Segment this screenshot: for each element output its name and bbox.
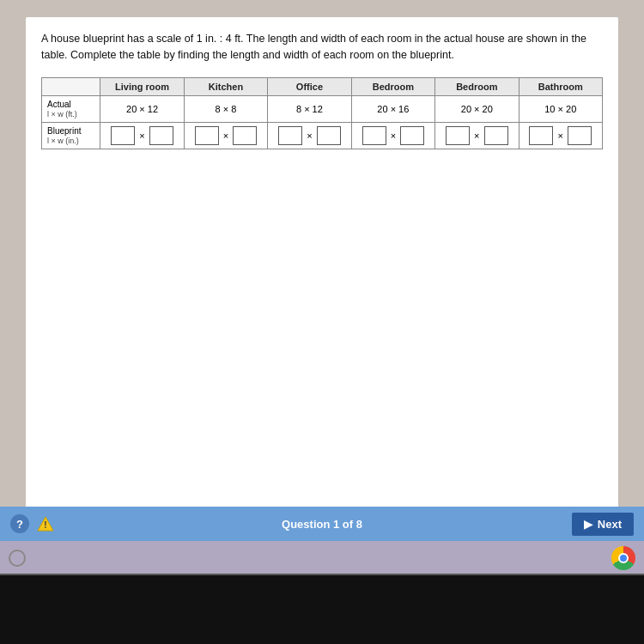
next-button[interactable]: ▶ Next	[572, 513, 634, 536]
times-sign-4: ×	[391, 131, 396, 141]
blueprint-input-kitchen-w[interactable]	[233, 126, 257, 145]
warning-button[interactable]: !	[36, 514, 55, 533]
blueprint-cell-bedroom1: ×	[351, 122, 434, 149]
actual-val-kitchen: 8 × 8	[184, 95, 267, 122]
actual-label: Actual l × w (ft.)	[42, 95, 100, 122]
actual-row: Actual l × w (ft.) 20 × 12 8 × 8 8 × 12 …	[42, 95, 603, 122]
chrome-icon[interactable]	[611, 546, 635, 570]
table-corner	[42, 77, 100, 95]
blueprint-cell-living: ×	[100, 122, 184, 149]
blueprint-input-kitchen-l[interactable]	[195, 126, 219, 145]
blueprint-input-bedroom2-l[interactable]	[446, 126, 470, 145]
actual-val-office: 8 × 12	[268, 95, 351, 122]
next-icon: ▶	[584, 518, 592, 531]
blueprint-cell-kitchen: ×	[184, 122, 267, 149]
actual-val-bedroom1: 20 × 16	[351, 95, 434, 122]
taskbar	[0, 541, 644, 575]
bottom-bar: ? ! Question 1 of 8 ▶ Next	[0, 507, 644, 541]
col-bathroom: Bathroom	[519, 77, 602, 95]
blueprint-cell-office: ×	[268, 122, 351, 149]
blueprint-input-bedroom1-w[interactable]	[400, 126, 424, 145]
times-sign-1: ×	[139, 131, 144, 141]
blueprint-input-bedroom2-w[interactable]	[484, 126, 508, 145]
blueprint-input-bathroom-w[interactable]	[568, 126, 592, 145]
col-living-room: Living room	[100, 77, 184, 95]
content-area: A house blueprint has a scale of 1 in. :…	[26, 17, 618, 532]
col-kitchen: Kitchen	[184, 77, 267, 95]
blueprint-input-living-w[interactable]	[149, 126, 173, 145]
warning-icon: !	[37, 516, 54, 532]
taskbar-circle[interactable]	[9, 550, 26, 567]
bottom-bar-left: ? !	[10, 514, 55, 533]
actual-val-living: 20 × 12	[100, 95, 184, 122]
actual-val-bathroom: 10 × 20	[519, 95, 602, 122]
screen: A house blueprint has a scale of 1 in. :…	[0, 0, 644, 532]
times-sign-5: ×	[474, 131, 479, 141]
blueprint-cell-bedroom2: ×	[435, 122, 519, 149]
col-bedroom2: Bedroom	[435, 77, 519, 95]
actual-val-bedroom2: 20 × 20	[435, 95, 519, 122]
times-sign-3: ×	[307, 131, 312, 141]
times-sign-6: ×	[558, 131, 563, 141]
blueprint-row: Blueprint l × w (in.) × ×	[42, 122, 603, 149]
col-office: Office	[268, 77, 351, 95]
blueprint-input-bathroom-l[interactable]	[529, 126, 553, 145]
times-sign-2: ×	[223, 131, 228, 141]
question-counter: Question 1 of 8	[282, 518, 362, 531]
blueprint-input-living-l[interactable]	[111, 126, 135, 145]
svg-text:!: !	[44, 520, 46, 530]
blueprint-cell-bathroom: ×	[519, 122, 602, 149]
blueprint-input-office-l[interactable]	[278, 126, 302, 145]
laptop-base	[0, 575, 644, 644]
question-text: A house blueprint has a scale of 1 in. :…	[41, 31, 603, 64]
blueprint-table: Living room Kitchen Office Bedroom Bedro…	[41, 77, 603, 149]
blueprint-label: Blueprint l × w (in.)	[42, 122, 100, 149]
chrome-inner	[618, 553, 629, 563]
help-button[interactable]: ?	[10, 514, 29, 533]
next-label: Next	[598, 518, 622, 531]
col-bedroom1: Bedroom	[351, 77, 434, 95]
blueprint-input-office-w[interactable]	[317, 126, 341, 145]
blueprint-input-bedroom1-l[interactable]	[362, 126, 386, 145]
